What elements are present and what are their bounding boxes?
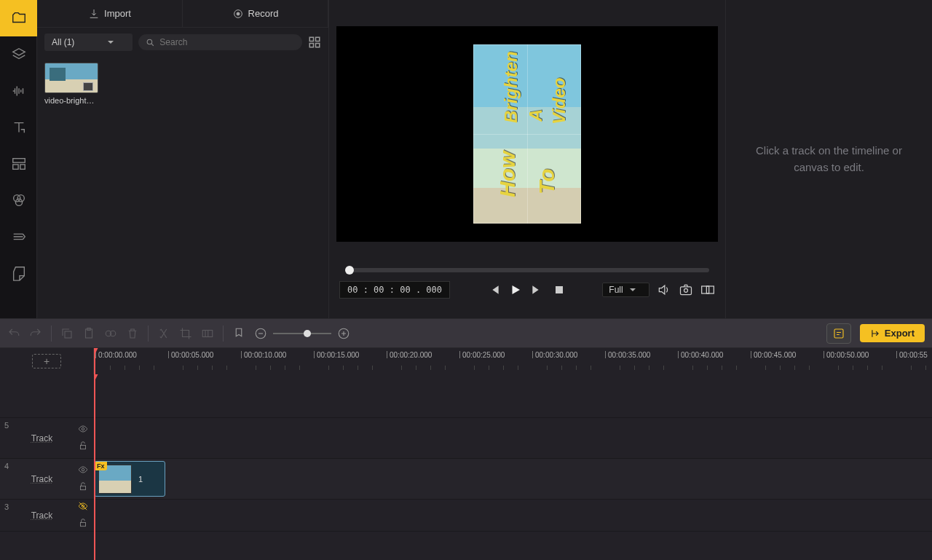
nav-color-icon[interactable]: [0, 182, 37, 218]
add-track-button[interactable]: +: [32, 354, 61, 368]
left-nav: [0, 0, 37, 318]
preview-canvas[interactable]: Brighten A Video How To: [336, 26, 718, 242]
zoom-out-button[interactable]: [254, 327, 267, 340]
redo-button[interactable]: [29, 327, 42, 340]
nav-sticker-icon[interactable]: [0, 255, 37, 291]
import-tab[interactable]: Import: [37, 0, 183, 27]
duplicate-button[interactable]: [104, 327, 117, 340]
paste-button[interactable]: [82, 327, 95, 340]
search-input[interactable]: [159, 37, 295, 47]
media-panel: Import Record All (1): [37, 0, 328, 318]
nav-audio-icon[interactable]: [0, 73, 37, 109]
svg-point-8: [148, 39, 153, 44]
nav-media-icon[interactable]: [0, 0, 37, 36]
preview-panel: Brighten A Video How To 00 : 00 : 00 . 0…: [328, 0, 725, 318]
volume-icon[interactable]: [657, 283, 671, 297]
playhead-line[interactable]: [94, 374, 95, 560]
visibility-icon[interactable]: [78, 465, 88, 477]
canvas-text: How: [495, 151, 520, 197]
ruler-tick: 0:00:00.000: [95, 351, 137, 358]
zoom-slider[interactable]: [273, 333, 331, 334]
ruler-tick: 00:00:50.000: [824, 351, 869, 358]
nav-transition-icon[interactable]: [0, 218, 37, 255]
preview-zoom-select[interactable]: Full: [602, 283, 649, 297]
clip[interactable]: Fx 1: [94, 461, 165, 497]
track-number: 4: [4, 462, 9, 470]
track-lane[interactable]: [94, 418, 932, 459]
playhead[interactable]: [94, 348, 95, 374]
timeline-tracks[interactable]: Fx 1: [94, 374, 932, 560]
search-box[interactable]: [138, 34, 302, 50]
zoom-handle[interactable]: [304, 330, 311, 337]
svg-point-4: [17, 195, 24, 202]
preview-progress[interactable]: [345, 268, 709, 272]
ruler-tick: 00:00:45.000: [751, 351, 796, 358]
zoom-value: Full: [609, 285, 623, 295]
track-head[interactable]: 4 Track: [0, 459, 94, 500]
track-lane[interactable]: [94, 374, 932, 418]
nav-template-icon[interactable]: [0, 146, 37, 182]
svg-rect-16: [702, 286, 709, 293]
crop-button[interactable]: [179, 327, 192, 340]
ruler-tick: 00:00:10.000: [241, 351, 286, 358]
visibility-icon[interactable]: [78, 424, 88, 436]
canvas-text: To: [534, 168, 559, 194]
timeline: + 0:00:00.00000:00:05.00000:00:10.00000:…: [0, 348, 932, 560]
canvas-text: Video: [549, 78, 569, 125]
search-icon: [146, 38, 155, 47]
svg-rect-17: [706, 286, 714, 293]
nav-layers-icon[interactable]: [0, 36, 37, 73]
svg-point-15: [684, 288, 688, 292]
progress-handle[interactable]: [345, 266, 354, 275]
svg-point-27: [82, 427, 84, 430]
media-item[interactable]: video-bright…: [44, 63, 98, 105]
auto-edit-button[interactable]: [826, 323, 851, 344]
export-label: Export: [885, 328, 915, 339]
track-label: Track: [6, 510, 78, 521]
filter-value: All (1): [52, 37, 74, 47]
svg-rect-32: [81, 522, 86, 526]
grid-view-toggle-icon[interactable]: [308, 36, 321, 49]
timeline-ruler[interactable]: 0:00:00.00000:00:05.00000:00:10.00000:00…: [94, 348, 932, 374]
lock-icon[interactable]: [78, 518, 88, 530]
speed-button[interactable]: [201, 327, 214, 340]
properties-panel: Click a track on the timeline or canvas …: [725, 0, 932, 318]
copy-button[interactable]: [60, 327, 74, 340]
export-icon: [870, 328, 880, 339]
svg-rect-2: [20, 165, 24, 169]
track-head[interactable]: 3 Track: [0, 500, 94, 532]
svg-point-29: [82, 468, 84, 471]
svg-rect-11: [309, 44, 313, 47]
play-button[interactable]: [508, 283, 523, 297]
ruler-tick: 00:00:25.000: [459, 351, 505, 358]
media-thumbnail: [44, 63, 98, 93]
delete-button[interactable]: [126, 327, 139, 340]
ruler-tick: 00:00:30.000: [532, 351, 577, 358]
undo-button[interactable]: [7, 327, 20, 340]
media-filter-select[interactable]: All (1): [44, 33, 133, 51]
next-frame-button[interactable]: [530, 283, 545, 297]
record-tab[interactable]: Record: [183, 0, 328, 27]
marker-button[interactable]: [232, 327, 245, 340]
clip-index: 1: [138, 475, 143, 484]
visibility-hidden-icon[interactable]: [78, 501, 88, 513]
split-button[interactable]: [157, 327, 170, 340]
prev-frame-button[interactable]: [486, 283, 501, 297]
fullscreen-icon[interactable]: [700, 283, 715, 297]
track-label: Track: [6, 474, 78, 484]
canvas-content: Brighten A Video How To: [473, 44, 581, 224]
nav-text-icon[interactable]: [0, 109, 37, 146]
lock-icon[interactable]: [78, 481, 88, 494]
snapshot-icon[interactable]: [679, 283, 693, 297]
ruler-tick: 00:00:05.000: [168, 351, 213, 358]
lock-icon[interactable]: [78, 441, 88, 453]
track-lane[interactable]: Fx 1: [94, 459, 932, 500]
zoom-in-button[interactable]: [337, 327, 350, 340]
track-lane[interactable]: [94, 500, 932, 532]
svg-rect-14: [681, 287, 692, 295]
export-button[interactable]: Export: [860, 324, 925, 342]
stop-button[interactable]: [552, 283, 566, 297]
track-head-blank: [0, 374, 94, 418]
svg-point-5: [15, 199, 22, 205]
track-head[interactable]: 5 Track: [0, 418, 94, 459]
